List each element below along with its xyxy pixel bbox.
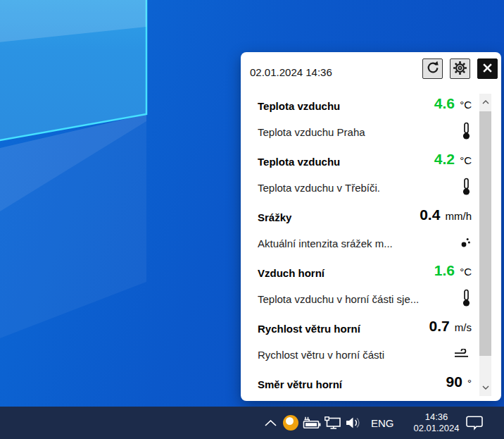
thermometer-icon xyxy=(454,289,471,307)
scroll-up-icon[interactable] xyxy=(479,94,491,111)
sensor-list: Teplota vzduchu Teplota vzduchu Praha 4.… xyxy=(258,94,472,401)
taskbar-date: 02.01.2024 xyxy=(413,423,459,434)
widget-header: 02.01.2024 14:36 xyxy=(241,52,501,92)
volume-icon[interactable] xyxy=(346,407,364,439)
sensor-subtitle: Teplota vzduchu v horní části sje... xyxy=(258,293,419,305)
sensor-title: Rychlost větru horní xyxy=(258,323,360,335)
weather-widget-panel: 02.01.2024 14:36 xyxy=(241,52,501,401)
sensor-title: Směr větru horní xyxy=(258,378,342,390)
sensor-title: Srážky xyxy=(258,211,291,223)
close-icon xyxy=(482,63,493,75)
scrollbar[interactable] xyxy=(479,94,491,396)
refresh-button[interactable] xyxy=(422,58,443,79)
scrollbar-thumb[interactable] xyxy=(479,111,491,356)
header-buttons xyxy=(422,58,498,79)
sensor-subtitle: Rychlost větru v horní části xyxy=(258,349,384,361)
taskbar-clock[interactable]: 14:36 02.01.2024 xyxy=(409,407,464,439)
sensor-value: 4.2 °C xyxy=(434,151,472,168)
hidden-icons-chevron-icon[interactable] xyxy=(265,407,277,439)
widget-datetime: 02.01.2024 14:36 xyxy=(250,66,332,78)
sensor-subtitle: Teplota vzduchu Praha xyxy=(258,126,365,138)
sensor-subtitle: Teplota vzduchu v Třebíči. xyxy=(258,182,380,194)
sensor-title: Vzduch horní xyxy=(258,267,325,279)
language-indicator[interactable]: ENG xyxy=(371,407,394,439)
taskbar-time: 14:36 xyxy=(425,412,448,423)
scroll-down-icon[interactable] xyxy=(479,379,491,396)
refresh-icon xyxy=(426,61,440,77)
sensor-subtitle: Aktuální intenzita srážek m... xyxy=(258,237,393,249)
sensor-value: 4.6 °C xyxy=(434,95,472,112)
sensor-value: 90 ° xyxy=(446,373,472,390)
gear-icon xyxy=(453,61,467,78)
action-center-icon[interactable] xyxy=(466,407,484,439)
battery-charging-icon[interactable] xyxy=(303,407,322,439)
sensor-value: 0.4 mm/h xyxy=(420,206,472,223)
wind-icon xyxy=(454,345,471,363)
raindrops-icon xyxy=(454,233,471,252)
taskbar: ENG 14:36 02.01.2024 xyxy=(0,407,504,439)
sensor-row[interactable]: Rychlost větru horní Rychlost větru v ho… xyxy=(258,316,472,372)
sensor-title: Teplota vzduchu xyxy=(258,100,340,112)
sensor-value: 0.7 m/s xyxy=(429,318,472,335)
sensor-row[interactable]: Teplota vzduchu Teplota vzduchu v Třebíč… xyxy=(258,149,472,205)
close-button[interactable] xyxy=(477,58,498,79)
sensor-row[interactable]: Směr větru horní 90 ° xyxy=(258,372,472,401)
network-icon[interactable] xyxy=(325,407,343,439)
settings-button[interactable] xyxy=(450,58,470,79)
sensor-row[interactable]: Srážky Aktuální intenzita srážek m... 0.… xyxy=(258,205,472,261)
thermometer-icon xyxy=(454,178,471,196)
sensor-value: 1.6 °C xyxy=(434,262,472,279)
sensor-title: Teplota vzduchu xyxy=(258,156,340,168)
app-tray-icon[interactable] xyxy=(283,407,298,439)
sensor-row[interactable]: Vzduch horní Teplota vzduchu v horní čás… xyxy=(258,261,472,316)
sensor-row[interactable]: Teplota vzduchu Teplota vzduchu Praha 4.… xyxy=(258,94,472,149)
thermometer-icon xyxy=(454,122,471,140)
